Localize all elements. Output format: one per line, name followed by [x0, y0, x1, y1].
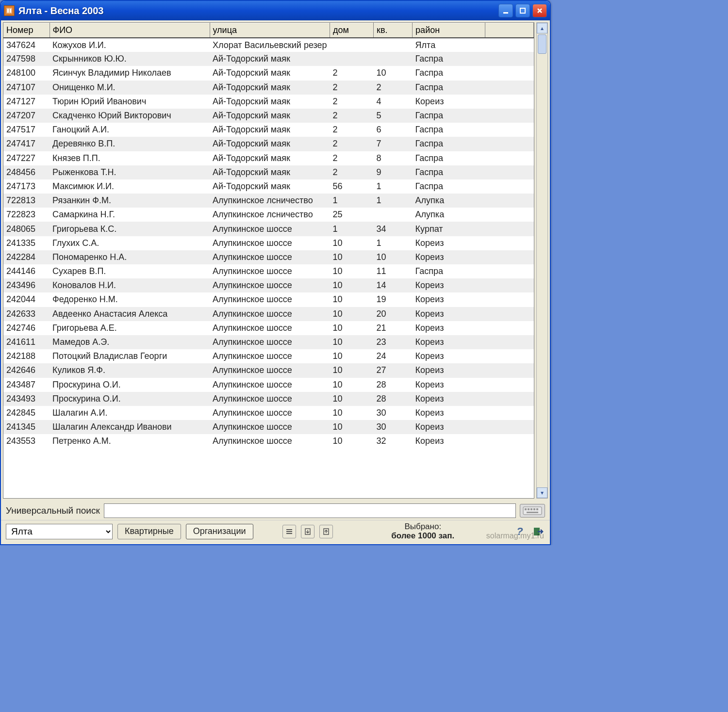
- table-row[interactable]: 247227Князев П.П.Ай-Тодорский маяк28Гасп…: [3, 151, 534, 165]
- cell-num: 243493: [3, 392, 50, 406]
- cell-district: Кореиз: [413, 349, 485, 363]
- cell-district: Гаспра: [413, 109, 485, 123]
- cell-name: Петренко А.М.: [50, 434, 210, 448]
- cell-apt: 30: [374, 420, 413, 434]
- titlebar[interactable]: Ялта - Весна 2003: [1, 1, 550, 20]
- cell-house: 10: [330, 264, 374, 278]
- cell-num: 242188: [3, 349, 50, 363]
- cell-district: Алупка: [413, 194, 485, 208]
- scroll-down-icon[interactable]: ▾: [537, 487, 547, 498]
- cell-spacer: [485, 179, 534, 194]
- table-row[interactable]: 243493Проскурина О.И.Алупкинское шоссе10…: [3, 392, 534, 406]
- table-row[interactable]: 243553Петренко А.М.Алупкинское шоссе1032…: [3, 434, 534, 448]
- cell-district: Гаспра: [413, 52, 485, 66]
- col-header-district[interactable]: район: [413, 23, 485, 38]
- scroll-up-icon[interactable]: ▴: [537, 23, 547, 33]
- table-row[interactable]: 247517Ганоцкий А.И.Ай-Тодорский маяк26Га…: [3, 123, 534, 137]
- export-icon[interactable]: [319, 525, 333, 538]
- table-row[interactable]: 722813Рязанкин Ф.М.Алупкинское лсничеств…: [3, 194, 534, 208]
- cell-street: Алупкинское шоссе: [210, 434, 330, 448]
- table-row[interactable]: 722823Самаркина Н.Г.Алупкинское лсничест…: [3, 208, 534, 222]
- table-row[interactable]: 248065Григорьева К.С.Алупкинское шоссе13…: [3, 222, 534, 236]
- table-row[interactable]: 242646Куликов Я.Ф.Алупкинское шоссе1027К…: [3, 363, 534, 377]
- cell-district: Гаспра: [413, 81, 485, 95]
- cell-apt: 14: [374, 278, 413, 292]
- table-row[interactable]: 241335Глухих С.А.Алупкинское шоссе101Кор…: [3, 236, 534, 250]
- table-row[interactable]: 242746Григорьева А.Е.Алупкинское шоссе10…: [3, 321, 534, 335]
- import-icon[interactable]: [301, 525, 314, 538]
- cell-num: 722813: [3, 194, 50, 208]
- cell-num: 247173: [3, 179, 50, 194]
- scroll-thumb[interactable]: [538, 34, 546, 54]
- col-header-house[interactable]: дом: [330, 23, 374, 38]
- table-row[interactable]: 247207Скадченко Юрий ВикторовичАй-Тодорс…: [3, 109, 534, 123]
- table-row[interactable]: 247107Онищенко М.И.Ай-Тодорский маяк22Га…: [3, 81, 534, 95]
- cell-name: Григорьева А.Е.: [50, 321, 210, 335]
- table-row[interactable]: 242044Федоренко Н.М.Алупкинское шоссе101…: [3, 292, 534, 307]
- status-line2: более 1000 зап.: [338, 532, 508, 541]
- table-row[interactable]: 243487Проскурина О.И.Алупкинское шоссе10…: [3, 378, 534, 392]
- cell-apt: 1: [374, 236, 413, 250]
- cell-street: Алупкинское шоссе: [210, 307, 330, 321]
- cell-apt: 27: [374, 363, 413, 377]
- list-icon[interactable]: [282, 525, 296, 538]
- cell-street: Алупкинское шоссе: [210, 406, 330, 420]
- city-select[interactable]: Ялта: [6, 524, 113, 539]
- table-row[interactable]: 242845Шалагин А.И.Алупкинское шоссе1030К…: [3, 406, 534, 420]
- col-header-number[interactable]: Номер: [3, 23, 50, 38]
- table-row[interactable]: 241345Шалагин Александр ИвановиАлупкинск…: [3, 420, 534, 434]
- table-row[interactable]: 244146Сухарев В.П.Алупкинское шоссе1011Г…: [3, 264, 534, 278]
- close-button[interactable]: [532, 4, 547, 17]
- table-row[interactable]: 347624Кожухов И.И.Хлорат Васильевский ре…: [3, 38, 534, 52]
- search-input[interactable]: [104, 503, 516, 518]
- cell-street: Алупкинское шоссе: [210, 392, 330, 406]
- vertical-scrollbar[interactable]: ▴ ▾: [536, 22, 548, 499]
- cell-district: Кореиз: [413, 406, 485, 420]
- cell-house: 10: [330, 278, 374, 292]
- table-row[interactable]: 242633Авдеенко Анастасия АлексаАлупкинск…: [3, 307, 534, 321]
- cell-name: Потоцкий Владислав Георги: [50, 349, 210, 363]
- app-icon: [4, 5, 15, 16]
- table-row[interactable]: 242284Пономаренко Н.А.Алупкинское шоссе1…: [3, 250, 534, 264]
- cell-house: 10: [330, 250, 374, 264]
- cell-name: Авдеенко Анастасия Алекса: [50, 307, 210, 321]
- maximize-button[interactable]: [515, 4, 530, 17]
- apartments-button[interactable]: Квартирные: [117, 524, 181, 539]
- keyboard-icon[interactable]: [520, 504, 545, 518]
- table-row[interactable]: 242188Потоцкий Владислав ГеоргиАлупкинск…: [3, 349, 534, 363]
- cell-apt: 28: [374, 378, 413, 392]
- table-row[interactable]: 248100Ясинчук Владимир НиколаевАй-Тодорс…: [3, 66, 534, 80]
- cell-name: Мамедов А.Э.: [50, 335, 210, 349]
- table-row[interactable]: 247173Максимюк И.И.Ай-Тодорский маяк561Г…: [3, 179, 534, 194]
- col-header-apt[interactable]: кв.: [374, 23, 413, 38]
- cell-street: Хлорат Васильевский резер: [210, 38, 330, 52]
- cell-street: Ай-Тодорский маяк: [210, 66, 330, 80]
- cell-num: 242633: [3, 307, 50, 321]
- table-row[interactable]: 247417Деревянко В.П.Ай-Тодорский маяк27Г…: [3, 137, 534, 151]
- cell-spacer: [485, 38, 534, 52]
- table-row[interactable]: 247127Тюрин Юрий ИвановичАй-Тодорский ма…: [3, 95, 534, 109]
- col-header-street[interactable]: улица: [210, 23, 330, 38]
- table-row[interactable]: 243496Коновалов Н.И.Алупкинское шоссе101…: [3, 278, 534, 292]
- organizations-button[interactable]: Организации: [186, 524, 253, 539]
- table-row[interactable]: 247598Скрынников Ю.Ю.Ай-Тодорский маякГа…: [3, 52, 534, 66]
- col-header-name[interactable]: ФИО: [50, 23, 210, 38]
- cell-name: Кожухов И.И.: [50, 38, 210, 52]
- cell-num: 248456: [3, 165, 50, 179]
- cell-spacer: [485, 123, 534, 137]
- cell-spacer: [485, 95, 534, 109]
- cell-name: Проскурина О.И.: [50, 378, 210, 392]
- table-row[interactable]: 248456Рыженкова Т.Н.Ай-Тодорский маяк29Г…: [3, 165, 534, 179]
- exit-icon[interactable]: [531, 525, 545, 538]
- cell-district: Кореиз: [413, 434, 485, 448]
- cell-name: Онищенко М.И.: [50, 81, 210, 95]
- window-title: Ялта - Весна 2003: [18, 5, 498, 16]
- cell-num: 242284: [3, 250, 50, 264]
- data-grid[interactable]: Номер ФИО улица дом кв. район 347624Кожу…: [3, 22, 534, 499]
- minimize-button[interactable]: [498, 4, 513, 17]
- search-bar: Универсальный поиск: [1, 501, 550, 520]
- cell-num: 242845: [3, 406, 50, 420]
- cell-district: Кореиз: [413, 95, 485, 109]
- table-row[interactable]: 241611Мамедов А.Э.Алупкинское шоссе1023К…: [3, 335, 534, 349]
- help-icon[interactable]: ?: [513, 525, 527, 538]
